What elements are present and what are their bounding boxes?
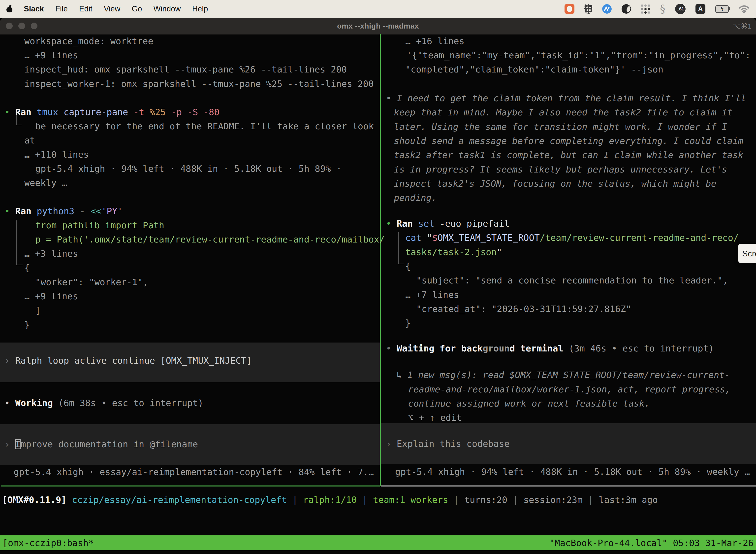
count-badge-icon[interactable]: ..61 — [675, 3, 686, 14]
count-badge-label: ..61 — [675, 4, 686, 14]
battery-icon[interactable]: ϟ — [715, 3, 729, 14]
pane-border-bottom-right[interactable] — [381, 486, 756, 487]
s-curve-icon[interactable]: § — [660, 3, 665, 14]
screen-tooltip: Scre — [738, 244, 756, 263]
menu-edit[interactable]: Edit — [79, 4, 92, 13]
prompt-input-right[interactable] — [381, 423, 756, 464]
menu-status-icons: § ..61 A ϟ — [565, 3, 750, 14]
output-connector — [398, 232, 404, 264]
menu-go[interactable]: Go — [132, 4, 142, 13]
tmux-session-label: [omx-cczip0:bash* — [2, 538, 94, 548]
output-connector — [16, 220, 22, 265]
menu-help[interactable]: Help — [192, 4, 208, 13]
dots-grid-icon[interactable] — [641, 3, 650, 14]
window-title-bar[interactable]: omx --xhigh --madmax ⌥⌘1 — [0, 18, 756, 35]
chat-app-icon[interactable] — [565, 3, 574, 14]
shield-grid-icon[interactable] — [584, 3, 592, 14]
window-title: omx --xhigh --madmax — [0, 18, 756, 34]
pane-divider-vertical[interactable] — [380, 34, 381, 486]
output-connector — [16, 112, 21, 125]
pane-border-bottom-left[interactable] — [1, 486, 380, 487]
blue-badge-icon[interactable] — [602, 3, 612, 14]
tmux-host-clock-label: "MacBook-Pro-44.local" 05:03 31-Mar-26 — [549, 538, 754, 548]
dark-disc-icon[interactable] — [622, 3, 631, 14]
menu-bar: Slack FileEditViewGoWindowHelp § ..61 A … — [0, 0, 756, 18]
apple-icon[interactable] — [6, 5, 12, 12]
menu-view[interactable]: View — [104, 4, 120, 13]
terminal-window: omx --xhigh --madmax ⌥⌘1 — [0, 18, 756, 554]
keyboard-layout-icon[interactable]: A — [695, 3, 705, 14]
wifi-icon[interactable] — [739, 3, 750, 14]
menu-items: FileEditViewGoWindowHelp — [55, 4, 208, 13]
ralph-loop-banner — [0, 342, 380, 382]
menu-left-group: Slack FileEditViewGoWindowHelp — [6, 4, 208, 13]
menu-window[interactable]: Window — [153, 4, 181, 13]
window-shortcut-badge: ⌥⌘1 — [733, 18, 752, 34]
tmux-status-bar: [omx-cczip0:bash* "MacBook-Pro-44.local"… — [0, 535, 756, 550]
menu-file[interactable]: File — [55, 4, 68, 13]
keyboard-layout-label: A — [695, 4, 705, 14]
prompt-input-left[interactable] — [0, 424, 380, 465]
menu-app-name[interactable]: Slack — [24, 4, 44, 13]
